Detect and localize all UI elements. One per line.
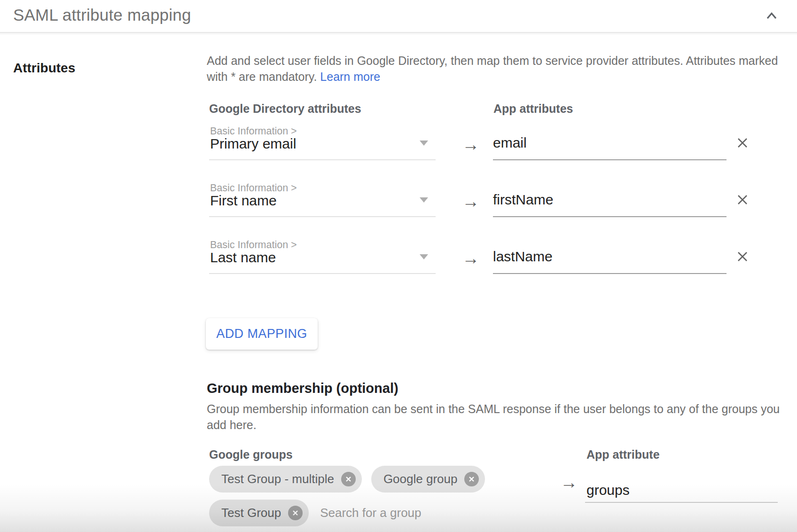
close-icon [735,135,750,150]
add-mapping-button[interactable]: ADD MAPPING [206,318,318,350]
google-groups-label: Google groups [209,448,293,462]
page-title: SAML attribute mapping [13,6,191,24]
directory-attribute-select[interactable]: Basic Information > Primary email [209,123,436,160]
directory-attribute-select[interactable]: Basic Information > First name [209,180,436,217]
close-icon [735,249,750,264]
group-chip: Test Group - multiple [209,466,362,493]
remove-chip-icon [469,476,475,482]
mapping-row: Basic Information > Primary email → [209,123,754,160]
group-search-input[interactable] [320,506,546,520]
app-attribute-field [493,180,727,217]
app-attribute-field [493,123,727,160]
collapse-section-button[interactable] [759,4,784,27]
mapping-row: Basic Information > Last name → [209,237,754,274]
app-attribute-input[interactable] [493,249,727,265]
delete-mapping-button[interactable] [732,132,753,154]
group-chip-label: Test Group - multiple [221,472,334,486]
remove-chip-icon [345,476,352,482]
arrow-right-icon: → [462,250,479,267]
chevron-up-icon [764,9,780,22]
close-icon [735,192,750,207]
mapping-row: Basic Information > First name → [209,180,754,217]
group-chip: Google group [371,466,485,493]
app-attribute-field [493,237,727,274]
dropdown-arrow-icon [420,141,428,146]
attributes-description: Add and select user fields in Google Dir… [207,53,794,85]
app-attributes-header: App attributes [493,102,573,116]
arrow-right-icon: → [462,136,479,153]
app-attribute-input[interactable] [493,192,727,208]
attribute-value-label: Last name [210,250,276,266]
attributes-section-label: Attributes [13,61,75,76]
group-chip-label: Google group [383,472,458,486]
group-app-attribute-input[interactable] [586,482,779,498]
arrow-right-icon: → [462,193,479,210]
group-membership-title: Group membership (optional) [207,381,398,396]
app-attribute-input[interactable] [493,135,727,151]
attribute-value-label: Primary email [210,136,296,152]
group-chip: Test Group [209,500,309,526]
directory-attribute-select[interactable]: Basic Information > Last name [209,237,436,274]
dropdown-arrow-icon [420,254,428,259]
saml-attribute-mapping-panel: SAML attribute mapping Attributes Add an… [0,0,797,532]
group-app-attribute-field [585,481,778,503]
delete-mapping-button[interactable] [732,246,753,267]
description-text: Add and select user fields in Google Dir… [207,54,778,83]
google-groups-chip-row: Test Group - multiple Google group [209,466,485,493]
app-attribute-label: App attribute [586,448,660,462]
remove-chip-button[interactable] [341,472,356,486]
group-chip-label: Test Group [221,506,281,520]
learn-more-link[interactable]: Learn more [320,70,380,83]
panel-header: SAML attribute mapping [0,0,797,33]
arrow-right-icon: → [560,474,578,491]
delete-mapping-button[interactable] [732,189,753,211]
attribute-value-label: First name [210,193,277,209]
google-directory-attributes-header: Google Directory attributes [209,102,361,116]
google-groups-chip-row: Test Group [209,500,546,526]
remove-chip-button[interactable] [288,506,303,520]
remove-chip-button[interactable] [464,472,479,486]
remove-chip-icon [292,510,298,516]
dropdown-arrow-icon [420,197,428,203]
group-membership-description: Group membership information can be sent… [207,401,782,433]
